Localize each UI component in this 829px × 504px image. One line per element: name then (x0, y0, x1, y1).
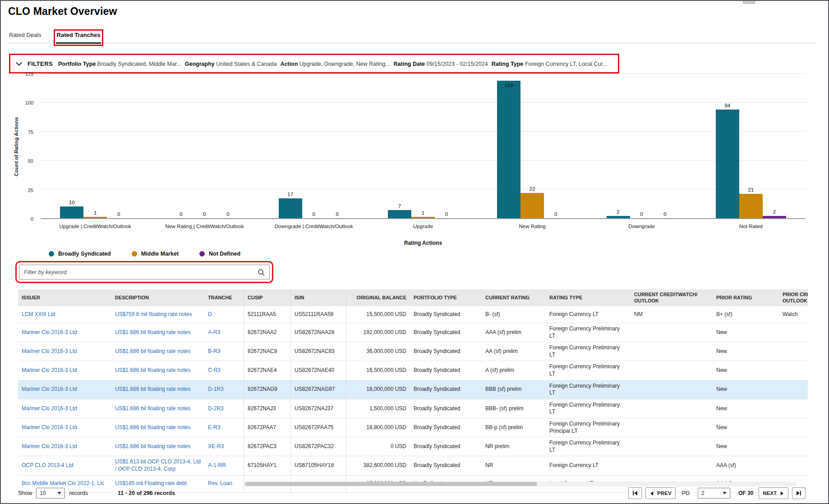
description-link[interactable]: US$1.613 bil OCP CLO 2013-4, Ltd / OCP C… (115, 458, 201, 472)
legend-item-not-defined[interactable]: Not Defined (199, 251, 240, 257)
filter-rating-date[interactable]: Rating Date 09/15/2023 - 02/15/2024 (394, 61, 488, 67)
column-header-description[interactable]: DESCRIPTION (111, 289, 204, 306)
bar-broadly-syndicated[interactable] (607, 216, 630, 218)
issuer-link[interactable]: Mariner Clo 2016-3 Ltd (22, 348, 77, 355)
search-input[interactable] (24, 269, 254, 275)
filter-geography[interactable]: Geography United States & Canada (185, 61, 277, 67)
issuer-link[interactable]: OCP CLO 2013-4 Ltd (22, 462, 74, 469)
first-page-button[interactable] (628, 487, 642, 499)
bar-value-label: 21 (748, 187, 754, 192)
issuer-link[interactable]: Mariner Clo 2016-3 Ltd (22, 424, 77, 431)
tranche-link[interactable]: C-R3 (208, 367, 221, 374)
bar-value-label: 0 (663, 211, 666, 217)
legend-item-middle-market[interactable]: Middle Market (132, 251, 179, 257)
tab-rated-tranches[interactable]: Rated Tranches (56, 32, 101, 44)
tranche-link[interactable]: D-2R3 (208, 405, 224, 412)
cell-issuer: Mariner Clo 2016-3 Ltd (18, 342, 111, 361)
description-link[interactable]: US$1.686 bil floating rate notes (115, 405, 190, 412)
bar-middle-market[interactable] (83, 217, 107, 218)
bar-broadly-syndicated[interactable] (716, 110, 739, 218)
table-row[interactable]: OCP CLO 2013-4 LtdUS$1.613 bil OCP CLO 2… (18, 456, 808, 475)
filter-portfolio-type[interactable]: Portfolio Type Broadly Syndicated, Middl… (58, 61, 181, 67)
bar-value-label: 17 (287, 192, 293, 197)
chevron-down-icon[interactable] (16, 62, 22, 66)
table-row[interactable]: LCM XXIII LtdUS$759.6 mil floating rate … (18, 306, 808, 323)
filter-action[interactable]: Action Upgrade, Downgrade, New Rating... (280, 61, 390, 67)
table-row[interactable]: Mariner Clo 2016-3 LtdUS$1.686 bil float… (18, 399, 808, 418)
tranche-link[interactable]: A-R3 (208, 329, 220, 336)
column-header-prior-creditwatch-outlook[interactable]: PRIOR CREDITWATCH/ OUTLOOK (779, 289, 808, 306)
description-link[interactable]: US$1.686 bil floating rate notes (115, 443, 190, 450)
bar-middle-market[interactable] (411, 217, 435, 218)
bar-slot: 0 (193, 74, 216, 218)
page-size-select[interactable]: 10 (36, 488, 65, 499)
bar-broadly-syndicated[interactable] (60, 206, 83, 218)
cell-issuer: Mariner Clo 2016-3 Ltd (18, 380, 111, 399)
next-page-button[interactable]: NEXT (759, 487, 788, 499)
issuer-link[interactable]: Mariner Clo 2016-3 Ltd (22, 367, 77, 374)
description-link[interactable]: US$1.686 bil floating rate notes (115, 348, 190, 355)
tab-bar: Rated DealsRated Tranches (8, 28, 815, 43)
tranche-link[interactable]: XE-R3 (208, 443, 224, 450)
prev-page-button[interactable]: PREV (645, 487, 675, 499)
description-link[interactable]: US$1.686 bil floating rate notes (115, 329, 190, 336)
issuer-link[interactable]: Mariner Clo 2016-3 Ltd (22, 405, 77, 412)
last-page-button[interactable] (792, 487, 806, 499)
bar-middle-market[interactable] (739, 194, 763, 218)
cell-tranche: A-1-RR (204, 456, 244, 475)
table-row[interactable]: Mariner Clo 2016-3 LtdUS$1.686 bil float… (18, 418, 808, 437)
description-link[interactable]: US$185 mil Floating rate debt (115, 480, 187, 487)
column-header-portfolio-type[interactable]: PORTFOLIO TYPE (410, 289, 482, 306)
filters-bar[interactable]: FILTERS Portfolio Type Broadly Syndicate… (10, 55, 618, 72)
bar-middle-market[interactable] (520, 193, 544, 218)
issuer-link[interactable]: Bcc Middle Market Clo 2022-1, Llc (22, 480, 104, 487)
issuer-link[interactable]: Mariner Clo 2016-3 Ltd (22, 386, 77, 393)
column-header-isin[interactable]: ISIN (291, 289, 346, 306)
description-link[interactable]: US$759.6 mil floating rate notes (115, 311, 192, 318)
table-row[interactable]: Mariner Clo 2016-3 LtdUS$1.686 bil float… (18, 323, 808, 342)
description-link[interactable]: US$1.686 bil floating rate notes (115, 367, 190, 374)
column-header-issuer[interactable]: ISSUER (18, 289, 111, 306)
column-header-current-creditwatch-outlook[interactable]: CURRENT CREDITWATCH/ OUTLOOK (631, 289, 713, 306)
issuer-link[interactable]: Mariner Clo 2016-3 Ltd (22, 329, 77, 336)
table-row[interactable]: Mariner Clo 2016-3 LtdUS$1.686 bil float… (18, 342, 808, 361)
tranche-link[interactable]: A-1-RR (208, 462, 226, 469)
column-header-rating-type[interactable]: RATING TYPE (546, 289, 631, 306)
legend-item-broadly-syndicated[interactable]: Broadly Syndicated (49, 251, 111, 257)
cell-current_rating: BBB (sf) prelim (482, 380, 546, 399)
cell-rating_type: Foreign Currency Preliminary LT (546, 399, 631, 418)
tranche-link[interactable]: D-1R3 (208, 386, 224, 393)
page-select[interactable]: 2 (698, 488, 730, 499)
table-row[interactable]: Mariner Clo 2016-3 LtdUS$1.686 bil float… (18, 437, 808, 456)
column-header-cusip[interactable]: CUSIP (244, 289, 291, 306)
column-header-prior-rating[interactable]: PRIOR RATING (713, 289, 779, 306)
cell-current_rating: NR (482, 456, 546, 475)
horizontal-scrollbar-track[interactable] (244, 481, 797, 486)
table-row[interactable]: Mariner Clo 2016-3 LtdUS$1.686 bil float… (18, 361, 808, 380)
filter-value: 09/15/2023 - 02/15/2024 (426, 61, 488, 67)
table-row[interactable]: Mariner Clo 2016-3 LtdUS$1.686 bil float… (18, 380, 808, 399)
column-header-current-rating[interactable]: CURRENT RATING (482, 289, 546, 306)
search-icon[interactable] (258, 269, 265, 276)
column-header-original-balance[interactable]: ORIGINAL BALANCE (346, 289, 410, 306)
description-link[interactable]: US$1.686 bil floating rate notes (115, 386, 190, 393)
cell-portfolio_type: Broadly Syndicated (410, 418, 482, 437)
bar-broadly-syndicated[interactable] (497, 81, 520, 218)
column-header-tranche[interactable]: TRANCHE (204, 289, 244, 306)
bar-broadly-syndicated[interactable] (279, 198, 302, 218)
tranche-link[interactable]: E-R3 (208, 424, 220, 431)
filter-rating-type[interactable]: Rating Type Foreign Currency LT, Local C… (492, 61, 608, 67)
keyword-filter (19, 265, 270, 279)
tranche-link[interactable]: D (208, 311, 212, 318)
tranche-link[interactable]: B-R3 (208, 348, 220, 355)
issuer-link[interactable]: Mariner Clo 2016-3 Ltd (22, 443, 77, 450)
issuer-link[interactable]: LCM XXIII Ltd (22, 311, 55, 318)
description-link[interactable]: US$1.686 bil floating rate notes (115, 424, 190, 431)
bar-group-not-rated: 94212Not Rated (716, 74, 786, 218)
tab-rated-deals[interactable]: Rated Deals (8, 32, 42, 43)
bar-group-upgrade-creditwatch-outlook: 1010Upgrade | CreditWatch/Outlook (60, 74, 130, 218)
bar-broadly-syndicated[interactable] (388, 210, 411, 218)
horizontal-scrollbar-thumb[interactable] (245, 482, 537, 486)
tranche-link[interactable]: Rev. Loan (208, 480, 232, 487)
bar-not-defined[interactable] (763, 216, 786, 218)
